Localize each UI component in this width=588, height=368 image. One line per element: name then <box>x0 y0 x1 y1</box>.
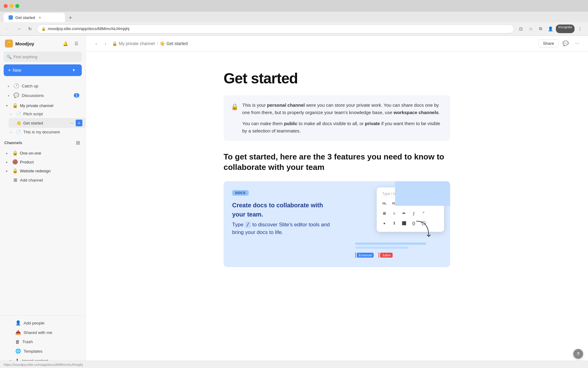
topbar-actions: Share 💬 ··· <box>538 39 582 48</box>
info-text-1-before: This is your <box>242 102 267 108</box>
sidebar-item-add-people[interactable]: 👤 Add people <box>4 318 82 328</box>
add-people-label: Add people <box>24 321 44 325</box>
traffic-lights <box>4 4 19 8</box>
channels-add-button[interactable]: ⊞ <box>74 139 81 146</box>
sidebar-item-catch-up[interactable]: ▸ 🕐 Catch up <box>2 81 84 90</box>
breadcrumb-channel[interactable]: 🔒 My private channel <box>112 41 155 46</box>
sidebar-header: 😊 Moodjoy 🔔 ☰ <box>0 36 85 52</box>
profile-icon[interactable]: 👤 <box>546 25 555 33</box>
sidebar-item-get-started[interactable]: 👋 Get started ··· + <box>9 118 85 128</box>
forward-button[interactable]: → <box>15 25 23 33</box>
topbar-back-button[interactable]: ‹ <box>92 39 100 48</box>
bookmark-icon[interactable]: ☆ <box>526 25 535 33</box>
reload-button[interactable]: ↻ <box>26 25 34 33</box>
title-bar <box>0 0 588 12</box>
sidebar-item-trash[interactable]: 🗑 Trash <box>4 337 82 346</box>
add-channel-label: Add channel <box>20 178 43 182</box>
info-bold-3: public <box>284 121 297 126</box>
expand-arrow-website: ▸ <box>6 169 10 173</box>
quote-button[interactable]: " <box>419 209 428 218</box>
tab-favicon <box>9 15 13 20</box>
app: 😊 Moodjoy 🔔 ☰ 🔍 Find anything + New ▼ ▸ … <box>0 36 588 368</box>
more-menu-icon[interactable]: ⋮ <box>576 25 584 33</box>
notifications-button[interactable]: 🔔 <box>61 39 70 48</box>
product-label: Product <box>20 160 34 164</box>
new-button[interactable]: + New ▼ <box>4 64 82 76</box>
my-private-channel-header[interactable]: ▾ 🔒 My private channel <box>2 101 84 110</box>
search-bar[interactable]: 🔍 Find anything <box>4 52 82 62</box>
sidebar-item-pitch-script[interactable]: ▸ 📄 Pitch script <box>9 110 85 118</box>
info-bold-4: private <box>365 121 380 126</box>
extensions-icon[interactable]: ⧉ <box>536 25 545 33</box>
collapse-sidebar-button[interactable]: ☰ <box>72 39 81 48</box>
oneonone-label: One-on-one <box>20 151 41 155</box>
formula-button[interactable]: ∫ <box>409 209 418 218</box>
minimize-traffic-light[interactable] <box>9 4 13 8</box>
toolbar-row-3: ● ℹ ⬛ {} 💬 <box>380 219 441 228</box>
table-button[interactable]: ⊞ <box>380 209 389 218</box>
share-button[interactable]: Share <box>538 39 559 48</box>
new-button-chevron[interactable]: ▼ <box>70 67 77 74</box>
expand-arrow-product: ▸ <box>6 160 10 164</box>
edit-button[interactable]: ✏ <box>399 209 409 218</box>
tab-close-button[interactable]: ✕ <box>37 15 42 20</box>
workspace-avatar: 😊 <box>5 40 13 48</box>
private-channel-label: My private channel <box>20 103 53 108</box>
website-redesign-label: Website redesign <box>20 169 51 173</box>
h1-button[interactable]: H₁ <box>380 199 389 208</box>
address-bar[interactable]: 🔒 moodjoy.slite.com/app/docs/68MmvXeJ4mj… <box>37 24 514 33</box>
sidebar-item-templates[interactable]: 🌐 Templates <box>4 347 82 356</box>
active-tab[interactable]: Get started ✕ <box>4 13 65 22</box>
cast-icon[interactable]: ⊡ <box>517 25 525 33</box>
my-private-channel-section: ▾ 🔒 My private channel ▸ 📄 Pitch script … <box>0 101 85 136</box>
add-channel-item[interactable]: ⊞ Add channel <box>2 175 84 185</box>
help-button[interactable]: ? <box>573 349 583 359</box>
workspace-name: Moodjoy <box>15 41 34 46</box>
pitch-script-label: Pitch script <box>23 112 43 116</box>
breadcrumb-doc-label: Get started <box>166 41 187 46</box>
new-tab-button[interactable]: + <box>66 13 75 22</box>
channels-header: Channels ⊞ <box>4 139 81 146</box>
info-bold-2: workspace channels <box>394 110 439 115</box>
topbar-forward-button[interactable]: › <box>101 39 110 48</box>
sidebar: 😊 Moodjoy 🔔 ☰ 🔍 Find anything + New ▼ ▸ … <box>0 36 86 368</box>
maximize-traffic-light[interactable] <box>15 4 19 8</box>
sidebar-item-my-document[interactable]: ▸ 📄 This is my document <box>9 128 85 136</box>
comment-button[interactable]: 💬 <box>561 39 570 48</box>
search-placeholder: Find anything <box>13 55 37 59</box>
content-wrapper: Get started 🔒 This is your personal chan… <box>224 70 450 267</box>
breadcrumb-channel-label: My private channel <box>119 41 155 46</box>
sidebar-item-discussions[interactable]: ▸ 💬 Discussions 1 <box>2 91 84 100</box>
get-started-add-button[interactable]: + <box>76 120 82 126</box>
feature-card-subtext: Type / to discover Slite's editor tools … <box>232 221 337 236</box>
circle-button[interactable]: ● <box>380 219 389 228</box>
image-button[interactable]: ⬛ <box>399 219 409 228</box>
expand-arrow-catchup: ▸ <box>6 83 11 88</box>
channel-product[interactable]: ▸ 🟤 Product <box>2 158 84 166</box>
discussions-badge: 1 <box>74 93 79 98</box>
sidebar-nav: ▸ 🕐 Catch up ▸ 💬 Discussions 1 ▾ 🔒 My pr… <box>0 81 85 313</box>
list-button[interactable]: ≡ <box>390 209 399 218</box>
close-traffic-light[interactable] <box>4 4 8 8</box>
more-options-button[interactable]: ··· <box>573 39 582 48</box>
cursor-julien: Julien <box>379 252 393 258</box>
channel-website-redesign[interactable]: ▸ 🔒 Website redesign <box>2 167 84 175</box>
product-icon: 🟤 <box>12 159 18 165</box>
info-button[interactable]: ℹ <box>390 219 399 228</box>
content-area: Get started 🔒 This is your personal chan… <box>199 52 475 368</box>
back-button[interactable]: ← <box>4 25 12 33</box>
channel-one-on-one[interactable]: ▸ 🔒 One-on-one <box>2 149 84 157</box>
url-text: moodjoy.slite.com/app/docs/68MmvXeJ4mjqh… <box>48 26 129 31</box>
breadcrumb-doc[interactable]: 👋 Get started <box>160 41 187 46</box>
arrow-decoration <box>413 218 432 243</box>
cursor-label-emanuel: Emanuel <box>357 253 374 258</box>
info-box: 🔒 This is your personal channel were you… <box>224 95 450 141</box>
expand-arrow-oneonone: ▸ <box>6 151 10 155</box>
info-text-1-end: . <box>439 110 440 115</box>
sidebar-item-shared-with-me[interactable]: 📤 Shared with me <box>4 328 82 337</box>
info-text-2-mid: to make all docs visible to all, or <box>297 121 365 126</box>
templates-icon: 🌐 <box>15 348 21 354</box>
main-panel: ‹ › 🔒 My private channel / 👋 Get started… <box>86 36 588 368</box>
expand-arrow-addchannel <box>6 178 11 182</box>
get-started-more-button[interactable]: ··· <box>68 120 75 126</box>
